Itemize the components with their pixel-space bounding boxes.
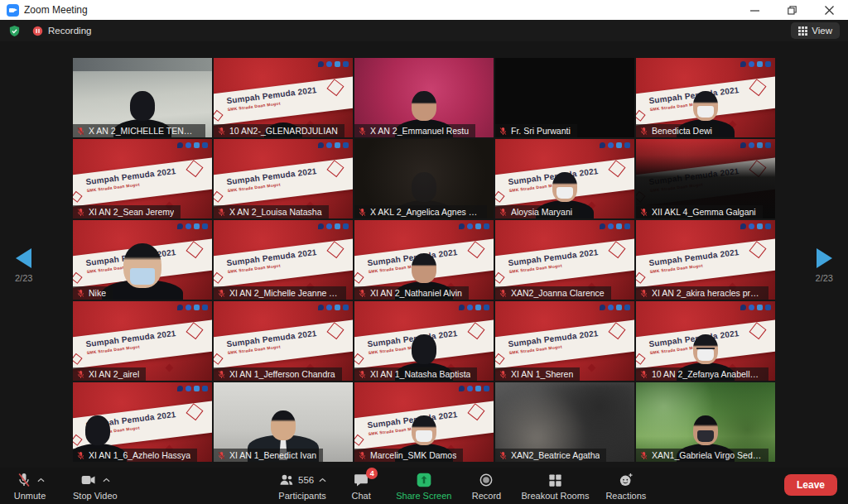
- participant-name-label: XAN2_Joanna Clarence: [495, 286, 611, 300]
- video-tile[interactable]: XAN1_Gabriela Virgo Sedya A: [636, 382, 775, 462]
- meeting-toolbar: Unmute Stop Video 556 Participants: [0, 468, 848, 504]
- record-button[interactable]: Record: [468, 472, 504, 501]
- video-tile[interactable]: Sumpah Pemuda 2021SMK Strada Daan Mogot1…: [214, 58, 353, 137]
- page-indicator: 2/23: [15, 273, 32, 283]
- chevron-up-icon[interactable]: [319, 478, 326, 482]
- participant-name-label: XI AN 1_Jefferson Chandra: [214, 367, 342, 381]
- stop-video-button[interactable]: Stop Video: [73, 472, 118, 501]
- video-tile[interactable]: Sumpah Pemuda 2021SMK Strada Daan Mogot1…: [636, 301, 775, 381]
- minimize-button[interactable]: [736, 0, 773, 20]
- chevron-up-icon[interactable]: [37, 478, 45, 482]
- slide-logos: [318, 223, 349, 229]
- video-tile[interactable]: XI AN 1_Benedict Ivan: [214, 382, 353, 462]
- video-tile[interactable]: XAN2_Beatrice Agatha: [495, 382, 634, 462]
- participant-name-label: Marcelin_SMK Damos: [354, 449, 463, 462]
- video-tile[interactable]: Sumpah Pemuda 2021SMK Strada Daan MogotM…: [354, 382, 494, 462]
- slide-logos: [600, 142, 630, 148]
- video-tile[interactable]: Sumpah Pemuda 2021SMK Strada Daan MogotX…: [214, 220, 353, 300]
- video-tile[interactable]: Sumpah Pemuda 2021SMK Strada Daan MogotX…: [495, 301, 634, 381]
- participant-name-label: Fr. Sri Purwanti: [495, 124, 577, 137]
- next-page-button[interactable]: 2/23: [816, 248, 833, 283]
- participant-name-label: XI AN 1_Sheren: [495, 367, 580, 381]
- mic-muted-icon: [358, 127, 367, 136]
- meeting-info-bar: Recording View: [0, 20, 848, 41]
- video-tile[interactable]: Sumpah Pemuda 2021SMK Strada Daan MogotX…: [73, 382, 212, 462]
- video-tile[interactable]: Sumpah Pemuda 2021SMK Strada Daan MogotX…: [636, 220, 775, 300]
- video-tile[interactable]: Sumpah Pemuda 2021SMK Strada Daan MogotX…: [73, 301, 212, 381]
- participant-name-label: XI AN 2_akira heracles prama...: [636, 286, 768, 300]
- mic-muted-icon: [16, 472, 32, 488]
- view-label: View: [812, 26, 832, 36]
- video-tile[interactable]: X AN 2_Emmanuel Restu: [354, 58, 494, 137]
- slide-logos: [740, 223, 771, 229]
- video-tile[interactable]: Sumpah Pemuda 2021SMK Strada Daan MogotX…: [354, 301, 494, 381]
- restore-button[interactable]: [773, 0, 811, 20]
- slide-logos: [177, 386, 208, 391]
- video-camera-icon: [80, 472, 98, 488]
- mic-muted-icon: [358, 370, 367, 379]
- chevron-right-icon: [817, 248, 832, 268]
- video-tile[interactable]: X AN 2_MICHELLE TENGGARA: [73, 58, 212, 137]
- participant-name-label: XI AN 1_Benedict Ivan: [214, 449, 323, 462]
- leave-button[interactable]: Leave: [784, 474, 837, 496]
- reactions-smiley-icon: [618, 472, 634, 488]
- video-tile[interactable]: Sumpah Pemuda 2021SMK Strada Daan MogotX…: [354, 220, 494, 300]
- previous-page-button[interactable]: 2/23: [15, 248, 32, 283]
- chevron-left-icon: [16, 248, 31, 268]
- video-tile[interactable]: Fr. Sri Purwanti: [495, 58, 634, 137]
- mic-muted-icon: [76, 451, 85, 460]
- mic-muted-icon: [217, 370, 226, 379]
- participants-button[interactable]: 556 Participants: [278, 472, 326, 501]
- participant-name-label: X AN 2_MICHELLE TENGGARA: [73, 124, 205, 137]
- record-icon: [478, 472, 494, 488]
- slide-logos: [740, 305, 771, 310]
- close-button[interactable]: [811, 0, 848, 20]
- video-tile[interactable]: Sumpah Pemuda 2021SMK Strada Daan MogotA…: [495, 139, 634, 218]
- participant-name-label: 10 AN 2_Zefanya Anabelle / 32: [636, 367, 768, 381]
- mic-muted-icon: [639, 370, 648, 379]
- mic-muted-icon: [76, 370, 85, 379]
- window-controls: [736, 0, 848, 20]
- share-screen-button[interactable]: Share Screen: [396, 472, 451, 501]
- mic-muted-icon: [499, 370, 508, 379]
- participant-name-label: X AKL 2_Angelica Agnes Cynt...: [354, 205, 487, 218]
- slide-logos: [459, 305, 489, 310]
- video-tile[interactable]: Sumpah Pemuda 2021SMK Strada Daan MogotX…: [73, 139, 212, 218]
- encryption-shield-icon[interactable]: [8, 25, 21, 37]
- zoom-app-icon: [7, 4, 19, 17]
- slide-logos: [318, 305, 349, 310]
- mic-muted-icon: [76, 289, 85, 298]
- unmute-button[interactable]: Unmute: [12, 472, 48, 501]
- window-title: Zoom Meeting: [24, 4, 88, 16]
- chevron-up-icon[interactable]: [103, 478, 110, 482]
- mic-muted-icon: [358, 208, 367, 217]
- reactions-button[interactable]: Reactions: [605, 472, 646, 501]
- slide-logos: [177, 305, 208, 310]
- slide-logos: [177, 223, 208, 229]
- chat-unread-badge: 4: [366, 468, 378, 479]
- slide-logos: [600, 223, 630, 229]
- participant-name-label: 10 AN2-_GLENARDJULIAN: [214, 124, 344, 137]
- video-tile[interactable]: Sumpah Pemuda 2021SMK Strada Daan MogotX…: [214, 301, 353, 381]
- video-tile[interactable]: Sumpah Pemuda 2021SMK Strada Daan MogotX…: [636, 139, 775, 218]
- mic-muted-icon: [217, 127, 226, 136]
- chat-button[interactable]: 4 Chat: [343, 472, 379, 501]
- video-tile[interactable]: Sumpah Pemuda 2021SMK Strada Daan MogotN…: [73, 220, 212, 300]
- recording-indicator[interactable]: Recording: [32, 26, 91, 36]
- participant-name-label: XI AN 2_Nathaniel Alvin: [354, 286, 469, 300]
- mic-muted-icon: [217, 289, 226, 298]
- mic-muted-icon: [76, 127, 85, 136]
- mic-muted-icon: [499, 127, 508, 136]
- video-tile[interactable]: X AKL 2_Angelica Agnes Cynt...: [354, 139, 494, 218]
- participant-name-label: Benedicta Dewi: [636, 124, 719, 137]
- mic-muted-icon: [499, 208, 508, 217]
- view-button[interactable]: View: [791, 22, 840, 39]
- video-tile[interactable]: Sumpah Pemuda 2021SMK Strada Daan MogotX…: [495, 220, 634, 300]
- gallery-stage: X AN 2_MICHELLE TENGGARASumpah Pemuda 20…: [0, 41, 848, 468]
- video-tile[interactable]: Sumpah Pemuda 2021SMK Strada Daan MogotX…: [214, 139, 353, 218]
- video-tile[interactable]: Sumpah Pemuda 2021SMK Strada Daan MogotB…: [636, 58, 775, 137]
- title-bar: Zoom Meeting: [0, 0, 848, 20]
- breakout-rooms-button[interactable]: Breakout Rooms: [521, 472, 589, 501]
- participant-name-label: XAN2_Beatrice Agatha: [495, 449, 606, 462]
- participant-name-label: XI AN 2_Michelle Jeanne Tanzil: [214, 286, 346, 300]
